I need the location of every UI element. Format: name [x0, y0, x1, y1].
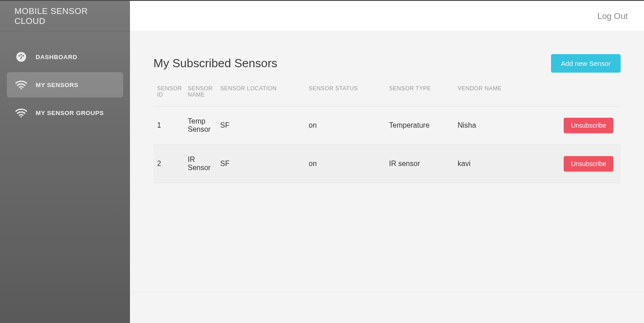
dashboard-icon [15, 51, 28, 63]
sensors-table: SENSOR ID SENSOR NAME SENSOR LOCATION SE… [153, 81, 621, 183]
sidebar-item-label: DASHBOARD [36, 54, 77, 60]
cell-status: on [305, 106, 385, 145]
page-header: My Subscribed Sensors Add new Sensor [153, 54, 621, 73]
footer-separator [130, 292, 644, 292]
svg-point-5 [20, 88, 22, 89]
svg-point-6 [20, 116, 22, 117]
unsubscribe-button[interactable]: Unsubscribe [564, 118, 613, 133]
add-new-sensor-button[interactable]: Add new Sensor [551, 54, 621, 73]
sidebar-nav: DASHBOARD MY SENSORS MY SENSOR GROUPS [0, 32, 130, 128]
table-row: 2 IR Sensor SF on IR sensor kavi Unsubsc… [153, 145, 621, 183]
sidebar-item-my-sensors[interactable]: MY SENSORS [7, 72, 123, 97]
svg-point-1 [19, 55, 20, 56]
cell-type: IR sensor [385, 145, 454, 183]
col-header-type: SENSOR TYPE [385, 81, 454, 106]
sidebar-item-label: MY SENSOR GROUPS [36, 110, 104, 116]
topbar: Log Out [130, 1, 644, 32]
table-body: 1 Temp Sensor SF on Temperature Nisha Un… [153, 106, 621, 183]
cell-vendor: Nisha [454, 106, 553, 145]
table-row: 1 Temp Sensor SF on Temperature Nisha Un… [153, 106, 621, 145]
main: Log Out My Subscribed Sensors Add new Se… [130, 1, 644, 323]
col-header-status: SENSOR STATUS [305, 81, 385, 106]
cell-location: SF [217, 145, 305, 183]
cell-status: on [305, 145, 385, 183]
col-header-vendor: VENDOR NAME [454, 81, 553, 106]
cell-action: Unsubscribe [553, 145, 621, 183]
sidebar-item-label: MY SENSORS [36, 82, 79, 88]
svg-point-3 [23, 55, 24, 56]
table-head: SENSOR ID SENSOR NAME SENSOR LOCATION SE… [153, 81, 621, 106]
col-header-action [553, 81, 621, 106]
sidebar: MOBILE SENSOR CLOUD DASHBOARD MY SENSORS… [0, 1, 130, 323]
svg-point-2 [20, 54, 22, 55]
cell-id: 1 [153, 106, 184, 145]
brand-title: MOBILE SENSOR CLOUD [0, 1, 130, 32]
cell-action: Unsubscribe [553, 106, 621, 145]
cell-name: IR Sensor [184, 145, 217, 183]
content: My Subscribed Sensors Add new Sensor SEN… [130, 32, 644, 323]
unsubscribe-button[interactable]: Unsubscribe [564, 156, 613, 171]
logout-link[interactable]: Log Out [597, 11, 628, 21]
cell-name: Temp Sensor [184, 106, 217, 145]
cell-location: SF [217, 106, 305, 145]
cell-vendor: kavi [454, 145, 553, 183]
wifi-icon [15, 78, 28, 91]
cell-type: Temperature [385, 106, 454, 145]
col-header-name: SENSOR NAME [184, 81, 217, 106]
page-title: My Subscribed Sensors [153, 56, 278, 70]
app-root: MOBILE SENSOR CLOUD DASHBOARD MY SENSORS… [0, 0, 644, 323]
wifi-icon [15, 106, 28, 119]
cell-id: 2 [153, 145, 184, 183]
sidebar-item-my-sensor-groups[interactable]: MY SENSOR GROUPS [7, 100, 123, 125]
col-header-id: SENSOR ID [153, 81, 184, 106]
col-header-location: SENSOR LOCATION [217, 81, 305, 106]
sidebar-item-dashboard[interactable]: DASHBOARD [7, 44, 123, 69]
